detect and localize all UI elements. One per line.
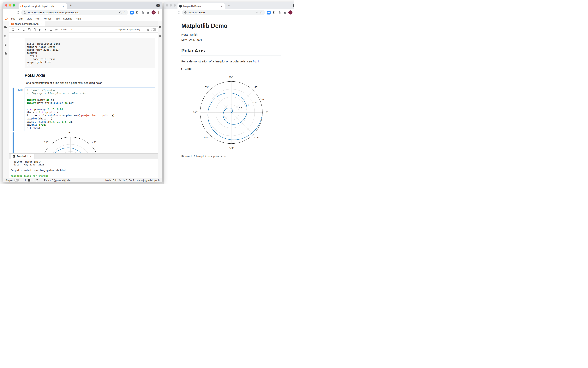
puzzle-extensions-icon[interactable] [146,11,150,15]
new-tab-button[interactable]: + [68,3,73,8]
notebook-tab[interactable]: quarto-jupyterlab.ipynb × [9,21,45,27]
browser-profile-avatar[interactable]: JJ [152,10,156,15]
terminals-count[interactable]: 1 [25,179,26,182]
add-cell-button[interactable]: + [16,28,21,32]
tab-search-button[interactable]: ▾ [156,4,160,7]
notebook-tab-close-icon[interactable]: × [40,22,43,26]
menubar-item-view[interactable]: View [25,17,34,20]
raw-cell-editor[interactable]: ---title: Matplotlib Demoauthor: Norah S… [25,38,155,68]
menubar-item-tabs[interactable]: Tabs [53,17,61,20]
debugger-bug-icon[interactable] [146,28,151,32]
property-inspector-gear-icon[interactable] [159,26,162,29]
menubar-item-file[interactable]: File [10,17,17,20]
terminals-count-icon[interactable] [28,179,30,182]
document-extension-icon[interactable] [141,11,145,15]
tab-search-button[interactable]: ▾ [293,4,294,7]
execution-count-prompt: [2]: [14,88,25,131]
table-of-contents-icon[interactable] [4,43,8,46]
new-tab-button[interactable]: + [226,3,231,8]
bookmark-star-icon[interactable]: ☆ [123,11,126,14]
kernels-count-icon[interactable] [35,179,38,182]
url-omnibox[interactable]: localhost:6916 ☆ [182,10,265,15]
kernel-status-icon[interactable]: ○ [142,28,145,31]
active-file-name: quarto-jupyterlab.ipynb [136,179,159,182]
jupyterlab-right-sidebar [158,21,162,178]
menubar-item-run[interactable]: Run [34,17,42,20]
notifications-bell-icon[interactable] [118,179,121,182]
code-fold-disclosure[interactable]: ▶ Code [181,67,281,70]
tab-close-icon[interactable]: × [220,5,223,8]
toolbar-toggle-switch[interactable] [151,28,156,31]
url-text[interactable]: localhost:8888/lab/tree/quarto-jupyterla… [28,11,117,14]
extension-manager-icon[interactable] [4,52,8,55]
puzzle-extensions-icon[interactable] [283,11,287,15]
window-controls [5,4,15,7]
paragraph-text: For a demonstration of a line plot on a … [181,60,253,63]
terminal-tab[interactable]: Terminal 1 × [11,154,34,159]
close-window-button[interactable] [5,4,7,7]
minimize-window-button[interactable] [9,4,11,7]
browser-profile-avatar[interactable]: JJ [288,10,292,15]
kernel-status-text[interactable]: Python 3 (ipykernel) | Idle [44,179,70,182]
copy-cells-button[interactable] [27,28,32,32]
minimize-window-button[interactable] [170,4,172,7]
simple-mode-toggle[interactable] [14,179,19,182]
zoom-extension-icon[interactable] [130,11,134,15]
maximize-window-button[interactable] [13,4,15,7]
debugger-panel-bug-icon[interactable] [159,34,162,38]
file-browser-icon[interactable] [4,26,8,29]
browser-tab-matplotlib-demo[interactable]: Matplotlib Demo × [177,3,225,9]
menubar-item-help[interactable]: Help [74,17,83,20]
cut-cells-button[interactable] [21,28,26,32]
back-button[interactable]: ← [5,10,10,15]
site-info-icon[interactable] [23,11,26,14]
menubar-item-settings[interactable]: Settings [61,17,74,20]
menubar-item-kernel[interactable]: Kernel [42,17,53,20]
maximize-window-button[interactable] [174,4,176,7]
save-button[interactable] [11,28,16,32]
markdown-rendered-cell[interactable]: Polar Axis For a demonstration of a line… [25,71,155,84]
running-sessions-icon[interactable] [4,34,8,38]
svg-text:225°: 225° [203,136,209,139]
search-icon[interactable] [119,11,122,14]
zoom-extension-icon[interactable] [267,11,270,15]
site-info-icon[interactable] [184,11,187,14]
terminal-tab-close-icon[interactable]: × [29,155,32,158]
browser-menu-kebab-icon[interactable]: ⋮ [157,11,160,14]
figure-crossreference-link[interactable]: fig. 1 [253,60,260,63]
terminal-icon [13,155,15,157]
bookmark-star-icon[interactable]: ☆ [260,11,263,14]
kernel-switcher[interactable]: Python 3 (ipykernel) [118,28,141,31]
svg-text:45°: 45° [254,86,258,89]
search-icon[interactable] [256,11,259,14]
svg-text:270°: 270° [229,147,234,149]
paste-cells-button[interactable] [32,28,37,32]
terminal-tab-label: Terminal 1 [17,155,28,158]
document-extension-icon[interactable] [278,11,281,15]
notebook-scroll-area[interactable]: ---title: Matplotlib Demoauthor: Norah S… [9,33,158,153]
grid-extension-icon[interactable] [272,11,276,15]
tab-close-icon[interactable]: × [62,5,65,8]
document-date: May 22nd, 2021 [181,38,281,41]
menubar-item-edit[interactable]: Edit [17,17,25,20]
reload-button[interactable] [177,10,181,15]
cell-type-dropdown[interactable]: Code ▼ [59,28,75,31]
disclosure-triangle-icon: ▶ [181,68,183,70]
stop-kernel-button[interactable]: ■ [43,28,48,32]
forward-button[interactable]: → [10,10,15,15]
svg-text:135°: 135° [203,86,209,89]
url-text[interactable]: localhost:6916 [189,11,254,14]
terminal-output[interactable]: author: Norah Smith date: 'May 22nd, 202… [9,159,158,178]
reload-button[interactable] [16,10,20,15]
run-cell-button[interactable]: ▶ [38,28,43,32]
kernels-count[interactable]: 1 [32,179,34,182]
restart-and-run-all-button[interactable] [54,28,59,32]
url-omnibox[interactable]: localhost:8888/lab/tree/quarto-jupyterla… [21,10,128,15]
browser-tab-jupyterlab[interactable]: quarto-jupyterl - JupyterLab × [19,3,67,9]
grid-extension-icon[interactable] [135,11,139,15]
back-button[interactable]: ← [166,10,170,15]
forward-button[interactable]: → [171,10,176,15]
restart-kernel-button[interactable] [48,28,53,32]
close-window-button[interactable] [166,4,168,7]
cursor-position-indicator[interactable]: Ln 3, Col 1 [123,179,134,182]
